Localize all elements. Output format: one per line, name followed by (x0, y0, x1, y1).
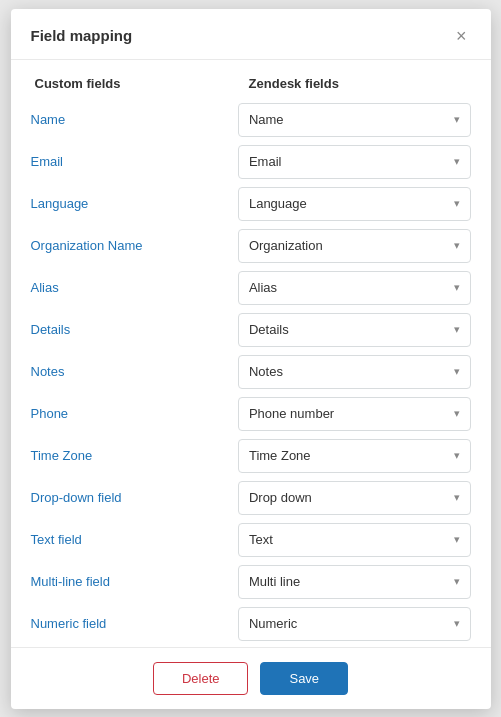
select-value: Language (249, 196, 307, 211)
zendesk-field-select[interactable]: Drop down▾ (238, 481, 471, 515)
close-button[interactable]: × (452, 25, 471, 47)
select-value: Notes (249, 364, 283, 379)
select-value: Phone number (249, 406, 334, 421)
chevron-down-icon: ▾ (454, 197, 460, 210)
select-value: Multi line (249, 574, 300, 589)
table-row: Numeric fieldNumeric▾ (31, 607, 471, 641)
zendesk-field-select[interactable]: Language▾ (238, 187, 471, 221)
table-row: Text fieldText▾ (31, 523, 471, 557)
table-row: LanguageLanguage▾ (31, 187, 471, 221)
custom-field-label: Alias (31, 276, 222, 299)
select-value: Text (249, 532, 273, 547)
zendesk-field-select[interactable]: Multi line▾ (238, 565, 471, 599)
chevron-down-icon: ▾ (454, 617, 460, 630)
modal-body: Custom fields Zendesk fields NameName▾Em… (11, 60, 491, 647)
custom-field-label: Notes (31, 360, 222, 383)
field-mapping-modal: Field mapping × Custom fields Zendesk fi… (11, 9, 491, 709)
chevron-down-icon: ▾ (454, 155, 460, 168)
select-value: Name (249, 112, 284, 127)
save-button[interactable]: Save (260, 662, 348, 695)
table-row: Multi-line fieldMulti line▾ (31, 565, 471, 599)
custom-field-label: Text field (31, 528, 222, 551)
zendesk-field-select[interactable]: Alias▾ (238, 271, 471, 305)
select-value: Drop down (249, 490, 312, 505)
custom-field-label: Details (31, 318, 222, 341)
select-value: Details (249, 322, 289, 337)
chevron-down-icon: ▾ (454, 575, 460, 588)
chevron-down-icon: ▾ (454, 113, 460, 126)
chevron-down-icon: ▾ (454, 323, 460, 336)
columns-header: Custom fields Zendesk fields (31, 76, 471, 91)
zendesk-field-select[interactable]: Text▾ (238, 523, 471, 557)
custom-field-label: Organization Name (31, 234, 222, 257)
zendesk-field-select[interactable]: Numeric▾ (238, 607, 471, 641)
custom-field-label: Language (31, 192, 222, 215)
zendesk-field-select[interactable]: Phone number▾ (238, 397, 471, 431)
custom-field-label: Time Zone (31, 444, 222, 467)
zendesk-field-select[interactable]: Email▾ (238, 145, 471, 179)
table-row: AliasAlias▾ (31, 271, 471, 305)
chevron-down-icon: ▾ (454, 491, 460, 504)
chevron-down-icon: ▾ (454, 533, 460, 546)
select-value: Time Zone (249, 448, 311, 463)
custom-field-label: Drop-down field (31, 486, 222, 509)
table-row: PhonePhone number▾ (31, 397, 471, 431)
zendesk-field-select[interactable]: Time Zone▾ (238, 439, 471, 473)
custom-field-label: Name (31, 108, 222, 131)
chevron-down-icon: ▾ (454, 407, 460, 420)
table-row: Organization NameOrganization▾ (31, 229, 471, 263)
modal-footer: Delete Save (11, 647, 491, 709)
modal-header: Field mapping × (11, 9, 491, 60)
table-row: Time ZoneTime Zone▾ (31, 439, 471, 473)
select-value: Alias (249, 280, 277, 295)
table-row: EmailEmail▾ (31, 145, 471, 179)
custom-fields-header: Custom fields (35, 76, 233, 91)
chevron-down-icon: ▾ (454, 281, 460, 294)
custom-field-label: Email (31, 150, 222, 173)
mappings-list: NameName▾EmailEmail▾LanguageLanguage▾Org… (31, 103, 471, 641)
select-value: Email (249, 154, 282, 169)
table-row: Drop-down fieldDrop down▾ (31, 481, 471, 515)
delete-button[interactable]: Delete (153, 662, 249, 695)
custom-field-label: Numeric field (31, 612, 222, 635)
chevron-down-icon: ▾ (454, 365, 460, 378)
zendesk-fields-header: Zendesk fields (249, 76, 467, 91)
modal-title: Field mapping (31, 27, 133, 44)
custom-field-label: Phone (31, 402, 222, 425)
table-row: NotesNotes▾ (31, 355, 471, 389)
table-row: DetailsDetails▾ (31, 313, 471, 347)
chevron-down-icon: ▾ (454, 449, 460, 462)
table-row: NameName▾ (31, 103, 471, 137)
select-value: Organization (249, 238, 323, 253)
zendesk-field-select[interactable]: Name▾ (238, 103, 471, 137)
chevron-down-icon: ▾ (454, 239, 460, 252)
zendesk-field-select[interactable]: Organization▾ (238, 229, 471, 263)
zendesk-field-select[interactable]: Details▾ (238, 313, 471, 347)
custom-field-label: Multi-line field (31, 570, 222, 593)
select-value: Numeric (249, 616, 297, 631)
zendesk-field-select[interactable]: Notes▾ (238, 355, 471, 389)
